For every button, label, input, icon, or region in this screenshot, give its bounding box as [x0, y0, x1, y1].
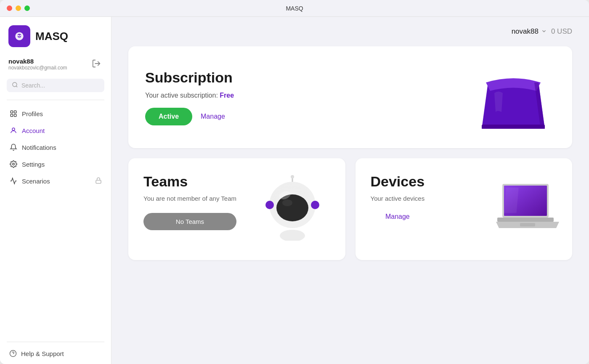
search-wrapper [7, 79, 104, 92]
sidebar: MASQ novak88 novakbozovic@gmail.com [0, 17, 111, 364]
svg-point-19 [265, 201, 274, 209]
devices-title: Devices [371, 173, 425, 190]
header-username: novak88 [512, 27, 539, 36]
svg-rect-11 [96, 180, 101, 183]
content-header: novak88 0 USD [128, 17, 572, 46]
notifications-icon [9, 143, 18, 151]
bottom-cards: Teams You are not member of any Team No … [128, 158, 572, 260]
subscription-content: Subscription Your active subscription: F… [145, 69, 234, 125]
profiles-label: Profiles [22, 110, 43, 117]
svg-rect-30 [504, 188, 519, 213]
app-name: MASQ [35, 30, 68, 43]
search-container [0, 75, 111, 98]
svg-point-4 [13, 82, 17, 87]
devices-card: Devices Your active devices Manage [356, 158, 573, 260]
laptop-illustration [494, 182, 557, 245]
svg-point-18 [282, 199, 292, 206]
subscription-title: Subscription [145, 69, 234, 86]
teams-subtitle: You are not member of any Team [143, 195, 236, 202]
devices-subtitle: Your active devices [371, 195, 425, 202]
svg-rect-6 [14, 111, 16, 113]
sidebar-item-profiles[interactable]: Profiles [3, 105, 108, 122]
teams-content: Teams You are not member of any Team No … [143, 173, 236, 230]
devices-content: Devices Your active devices Manage [371, 173, 425, 221]
svg-point-2 [19, 35, 21, 36]
svg-point-1 [18, 35, 19, 36]
user-info: novak88 novakbozovic@gmail.com [8, 58, 67, 71]
chevron-down-icon[interactable] [541, 28, 547, 35]
sidebar-item-account[interactable]: Account [3, 122, 108, 139]
settings-label: Settings [22, 161, 45, 168]
sidebar-item-scenarios[interactable]: Scenarios [3, 173, 108, 189]
sidebar-item-notifications[interactable]: Notifications [3, 139, 108, 156]
svg-rect-8 [14, 114, 16, 117]
subscription-manage-link[interactable]: Manage [201, 113, 225, 120]
scenarios-icon [9, 177, 18, 185]
svg-point-23 [291, 175, 294, 178]
maximize-button[interactable] [24, 5, 30, 11]
help-label: Help & Support [21, 350, 64, 357]
cards-container: Subscription Your active subscription: F… [128, 46, 572, 260]
profiles-icon [9, 109, 18, 118]
sidebar-nav: Profiles Account [0, 104, 111, 338]
devices-manage-link[interactable]: Manage [371, 213, 425, 221]
window-title: MASQ [286, 5, 303, 12]
account-icon [9, 126, 18, 135]
user-section: novak88 novakbozovic@gmail.com [0, 51, 111, 75]
sidebar-username: novak88 [8, 58, 67, 65]
search-input[interactable] [21, 82, 99, 89]
svg-point-10 [13, 163, 15, 165]
close-button[interactable] [7, 5, 12, 11]
sidebar-divider-top [7, 100, 104, 100]
scenarios-label: Scenarios [22, 178, 50, 185]
sidebar-item-settings[interactable]: Settings [3, 156, 108, 173]
header-balance: 0 USD [551, 27, 572, 36]
app-icon [8, 25, 30, 47]
subscription-text: Your active subscription: Free [145, 92, 234, 99]
subscription-plan: Free [220, 92, 234, 99]
subscription-subtitle: Your active subscription: [145, 92, 218, 99]
svg-rect-7 [11, 114, 13, 117]
lock-icon [95, 177, 102, 185]
subscription-card: Subscription Your active subscription: F… [128, 46, 572, 148]
subscription-illustration [471, 61, 555, 133]
sidebar-item-help[interactable]: Help & Support [0, 345, 111, 364]
titlebar: MASQ [0, 0, 589, 17]
svg-rect-29 [520, 223, 535, 226]
robot-illustration [259, 173, 330, 245]
account-label: Account [22, 127, 45, 134]
svg-rect-14 [482, 125, 545, 129]
search-icon [12, 82, 18, 89]
active-button[interactable]: Active [145, 108, 192, 125]
traffic-lights [7, 5, 30, 11]
svg-point-9 [12, 128, 15, 130]
teams-card: Teams You are not member of any Team No … [128, 158, 345, 260]
no-teams-button[interactable]: No Teams [143, 213, 236, 230]
svg-point-20 [311, 201, 319, 209]
sidebar-divider-bottom [7, 342, 104, 342]
subscription-actions: Active Manage [145, 108, 234, 125]
sidebar-email: novakbozovic@gmail.com [8, 65, 67, 71]
svg-point-21 [280, 230, 305, 241]
svg-rect-5 [11, 111, 13, 113]
main-content: novak88 0 USD Subscription Your active s… [111, 17, 589, 364]
minimize-button[interactable] [16, 5, 21, 11]
sidebar-header: MASQ [0, 17, 111, 51]
teams-title: Teams [143, 173, 236, 190]
settings-icon [9, 160, 18, 168]
logout-button[interactable] [90, 57, 103, 71]
svg-rect-28 [497, 218, 554, 222]
notifications-label: Notifications [22, 144, 56, 151]
